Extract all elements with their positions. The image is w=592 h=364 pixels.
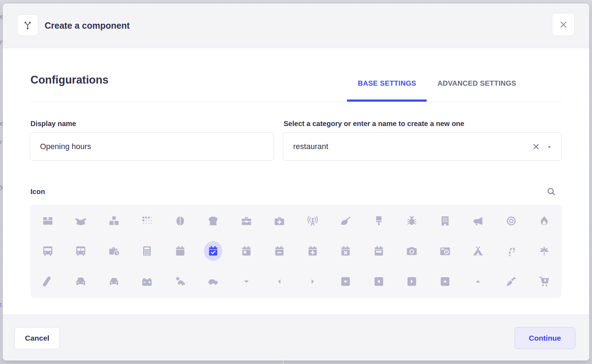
close-button[interactable] xyxy=(552,13,575,36)
tab-advanced-settings[interactable]: ADVANCED SETTINGS xyxy=(427,79,527,102)
car-crash-icon[interactable] xyxy=(164,266,197,297)
campground-icon[interactable] xyxy=(462,236,495,267)
caret-square-down-icon[interactable] xyxy=(329,266,363,297)
modal-footer: Cancel Continue xyxy=(3,314,589,360)
caret-right-icon[interactable] xyxy=(296,266,329,297)
caret-square-left-icon[interactable] xyxy=(362,266,395,297)
broom-icon[interactable] xyxy=(329,206,363,236)
bread-slice-icon[interactable] xyxy=(197,206,230,236)
search-icon[interactable] xyxy=(546,186,557,197)
component-branch-icon xyxy=(17,15,38,36)
box-open-icon[interactable] xyxy=(64,206,98,236)
clear-x-icon[interactable] xyxy=(532,142,540,151)
display-name-label: Display name xyxy=(30,120,274,128)
display-name-field: Display name xyxy=(30,120,274,161)
cancel-button[interactable]: Cancel xyxy=(15,327,60,349)
calculator-icon[interactable] xyxy=(131,236,164,267)
category-label: Select a category or enter a name to cre… xyxy=(284,120,562,128)
backdrop-text-fragment: n xyxy=(0,38,3,46)
car-alt-icon[interactable] xyxy=(97,266,131,297)
calendar-times-icon[interactable] xyxy=(329,236,363,267)
burn-icon[interactable] xyxy=(528,206,561,236)
boxes-icon[interactable] xyxy=(97,206,131,236)
briefcase-medical-icon[interactable] xyxy=(263,206,296,236)
calendar-check-icon[interactable] xyxy=(197,236,230,267)
building-icon[interactable] xyxy=(428,206,462,236)
bus-icon[interactable] xyxy=(31,236,64,267)
continue-button[interactable]: Continue xyxy=(514,327,575,349)
camera-retro-icon[interactable] xyxy=(428,236,462,267)
icon-grid xyxy=(30,204,562,298)
briefcase-icon[interactable] xyxy=(230,206,263,236)
close-icon xyxy=(559,20,568,29)
section-heading: Configurations xyxy=(30,74,108,86)
settings-tabs: BASE SETTINGS ADVANCED SETTINGS xyxy=(347,79,527,102)
bullseye-icon[interactable] xyxy=(495,206,528,236)
caret-left-icon[interactable] xyxy=(263,266,296,297)
bullhorn-icon[interactable] xyxy=(462,206,495,236)
caret-square-up-icon[interactable] xyxy=(428,266,462,297)
page-backdrop: { "backdrop": { "fragments": [ {"ch": "e… xyxy=(0,0,592,364)
calendar-minus-icon[interactable] xyxy=(263,236,296,267)
icon-picker-header: Icon xyxy=(30,186,562,197)
calendar-week-icon[interactable] xyxy=(362,236,395,267)
car-icon[interactable] xyxy=(64,266,98,297)
bus-alt-icon[interactable] xyxy=(64,236,98,267)
backdrop-text-fragment: e xyxy=(0,120,3,127)
backdrop-text-fragment: r xyxy=(0,138,3,146)
caret-down-icon[interactable] xyxy=(230,266,263,297)
camera-icon[interactable] xyxy=(395,236,429,267)
tab-base-settings[interactable]: BASE SETTINGS xyxy=(347,79,427,102)
capsules-icon[interactable] xyxy=(31,266,64,297)
caret-down-icon[interactable] xyxy=(546,144,552,150)
create-component-modal: Create a component Configurations BASE S… xyxy=(3,4,589,360)
car-side-icon[interactable] xyxy=(197,266,230,297)
section-divider xyxy=(30,102,562,102)
car-battery-icon[interactable] xyxy=(131,266,164,297)
carrot-icon[interactable] xyxy=(495,266,528,297)
category-field: Select a category or enter a name to cre… xyxy=(283,120,562,161)
backdrop-column-edge xyxy=(283,360,284,364)
calendar-icon[interactable] xyxy=(164,236,197,267)
category-select xyxy=(283,132,562,161)
calendar-day-icon[interactable] xyxy=(230,236,263,267)
calendar-plus-icon[interactable] xyxy=(296,236,329,267)
icon-picker-label: Icon xyxy=(30,188,45,196)
caret-square-right-icon[interactable] xyxy=(395,266,429,297)
backdrop-text-fragment: e xyxy=(0,13,3,21)
bug-icon[interactable] xyxy=(395,206,429,236)
modal-title: Create a component xyxy=(45,4,130,48)
box-icon[interactable] xyxy=(31,206,64,236)
display-name-input[interactable] xyxy=(30,132,274,161)
brain-icon[interactable] xyxy=(164,206,197,236)
brush-icon[interactable] xyxy=(362,206,395,236)
backdrop-text-fragment: y xyxy=(0,183,3,190)
broadcast-tower-icon[interactable] xyxy=(296,206,329,236)
cart-arrow-down-icon[interactable] xyxy=(528,266,561,297)
braille-icon[interactable] xyxy=(131,206,164,236)
modal-header: Create a component xyxy=(3,4,589,48)
candy-cane-icon[interactable] xyxy=(495,236,528,267)
caret-up-icon[interactable] xyxy=(462,266,495,297)
business-time-icon[interactable] xyxy=(97,236,131,267)
cannabis-icon[interactable] xyxy=(528,236,561,267)
backdrop-text-fragment: t xyxy=(0,301,3,309)
category-input[interactable] xyxy=(283,132,562,161)
